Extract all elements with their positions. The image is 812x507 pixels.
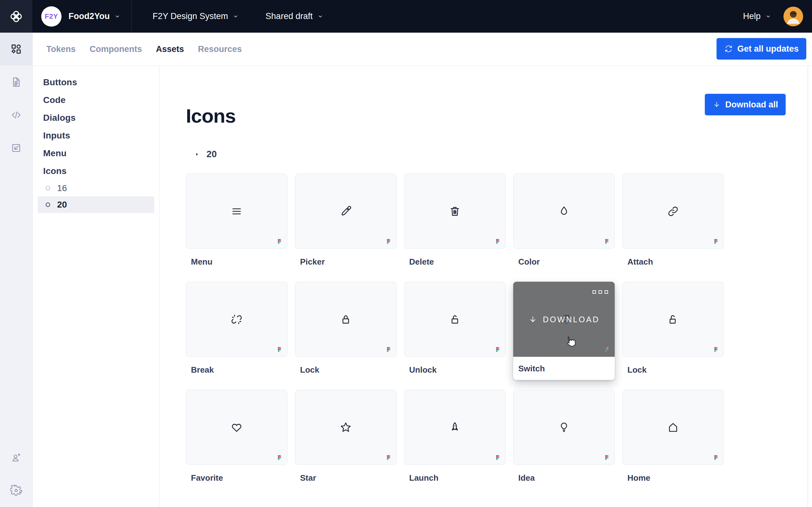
asset-thumbnail[interactable]	[513, 174, 615, 249]
document-icon	[10, 76, 22, 88]
asset-card-picker[interactable]: Picker	[295, 174, 397, 267]
rail-code-nav[interactable]	[0, 99, 32, 131]
person-add-icon	[10, 452, 22, 464]
asset-thumbnail[interactable]	[622, 390, 724, 465]
asset-thumbnail[interactable]	[622, 174, 724, 249]
sidebar-item-icons[interactable]: Icons	[33, 162, 159, 180]
sidebar-subitem-20[interactable]: 20	[38, 196, 154, 213]
asset-card-favorite[interactable]: Favorite	[186, 390, 287, 483]
sidebar-item-buttons[interactable]: Buttons	[33, 73, 159, 91]
user-avatar[interactable]	[783, 7, 803, 26]
asset-thumbnail[interactable]	[186, 282, 287, 357]
eyedropper-icon	[339, 205, 352, 218]
asset-label: Launch	[409, 473, 506, 483]
figma-badge-icon	[276, 238, 283, 245]
asset-card-lock[interactable]: Lock	[622, 282, 724, 375]
bullet-icon	[46, 203, 50, 207]
left-rail	[0, 33, 33, 507]
chevron-down-icon	[114, 13, 120, 20]
trash-icon	[448, 205, 461, 218]
tab-assets[interactable]: Assets	[156, 44, 184, 54]
asset-card-attach[interactable]: Attach	[622, 174, 724, 267]
lock-open-icon	[666, 313, 680, 326]
flower-logo-icon	[9, 9, 23, 24]
triangle-right-icon	[194, 152, 200, 157]
asset-label: Idea	[518, 473, 615, 483]
asset-label: Unlock	[409, 365, 506, 375]
asset-thumbnail[interactable]	[404, 282, 506, 357]
star-icon	[339, 421, 352, 434]
tab-resources[interactable]: Resources	[198, 44, 242, 54]
heart-icon	[230, 421, 243, 434]
unlock-icon	[448, 313, 461, 326]
topbar: F2Y Food2You F2Y Design System Shared dr…	[0, 0, 812, 33]
tab-bar: TokensComponentsAssetsResources Get all …	[33, 33, 812, 66]
topbar-divider	[131, 0, 132, 33]
download-arrow-icon	[528, 315, 538, 325]
scrollbar-track[interactable]	[808, 66, 808, 507]
home-icon	[666, 421, 680, 434]
bulb-icon	[557, 421, 571, 434]
asset-card-unlock[interactable]: Unlock	[404, 282, 506, 375]
asset-card-lock[interactable]: Lock	[295, 282, 397, 375]
broken-link-icon	[230, 313, 243, 326]
asset-label: Home	[627, 473, 724, 483]
asset-grid: MenuPickerDeleteColorAttachBreakLockUnlo…	[186, 174, 724, 483]
sidebar-item-menu[interactable]: Menu	[33, 145, 159, 162]
asset-thumbnail[interactable]	[404, 390, 506, 465]
rail-import-nav[interactable]	[0, 131, 32, 164]
heart-icon	[230, 421, 243, 434]
asset-card-launch[interactable]: Launch	[404, 390, 506, 483]
figma-badge-icon	[494, 346, 501, 353]
asset-card-home[interactable]: Home	[622, 390, 724, 483]
sidebar-subitem-16[interactable]: 16	[38, 180, 154, 196]
broken-link-icon	[230, 313, 243, 326]
sidebar-item-inputs[interactable]: Inputs	[33, 127, 159, 145]
rail-pages-nav[interactable]	[0, 66, 32, 99]
sidebar-item-code[interactable]: Code	[33, 91, 159, 109]
asset-label: Color	[518, 257, 615, 267]
help-label: Help	[743, 11, 761, 21]
asset-thumbnail[interactable]	[513, 390, 615, 465]
figma-badge-icon	[276, 346, 283, 353]
figma-badge-icon	[712, 454, 719, 461]
project-switcher[interactable]: F2Y Design System	[146, 11, 239, 21]
tab-components[interactable]: Components	[90, 44, 142, 54]
get-all-updates-button[interactable]: Get all updates	[716, 38, 806, 60]
download-all-button[interactable]: Download all	[705, 94, 786, 115]
asset-thumbnail[interactable]: DOWNLOAD	[513, 282, 615, 357]
draft-status-switcher[interactable]: Shared draft	[258, 11, 323, 21]
download-overlay-button[interactable]: DOWNLOAD	[513, 282, 614, 357]
asset-thumbnail[interactable]	[622, 282, 724, 357]
chevron-down-icon	[233, 13, 239, 20]
sidebar-item-dialogs[interactable]: Dialogs	[33, 109, 159, 127]
code-icon	[10, 109, 22, 121]
figma-badge-icon	[603, 238, 610, 245]
asset-card-break[interactable]: Break	[186, 282, 287, 375]
asset-card-switch[interactable]: DOWNLOADSwitch	[513, 282, 615, 375]
asset-thumbnail[interactable]	[295, 390, 397, 465]
rail-settings-nav[interactable]	[0, 474, 32, 507]
asset-thumbnail[interactable]	[186, 390, 287, 465]
rail-invite-nav[interactable]	[0, 441, 32, 474]
asset-label: Attach	[627, 257, 724, 267]
rail-assets-nav[interactable]	[0, 33, 32, 66]
figma-badge-icon	[276, 454, 283, 461]
asset-thumbnail[interactable]	[404, 174, 506, 249]
asset-card-idea[interactable]: Idea	[513, 390, 615, 483]
workspace-switcher[interactable]: F2Y Food2You	[41, 6, 120, 26]
menu-icon	[230, 205, 243, 218]
help-menu[interactable]: Help	[736, 11, 771, 21]
asset-thumbnail[interactable]	[186, 174, 287, 249]
asset-card-star[interactable]: Star	[295, 390, 397, 483]
asset-thumbnail[interactable]	[295, 174, 397, 249]
section-collapse-toggle[interactable]: 20	[194, 149, 217, 159]
asset-card-color[interactable]: Color	[513, 174, 615, 267]
app-logo[interactable]	[0, 0, 32, 33]
asset-card-menu[interactable]: Menu	[186, 174, 287, 267]
figma-badge-icon	[385, 454, 392, 461]
asset-thumbnail[interactable]	[295, 282, 397, 357]
asset-card-delete[interactable]: Delete	[404, 174, 506, 267]
gear-icon	[10, 485, 22, 497]
tab-tokens[interactable]: Tokens	[46, 44, 76, 54]
